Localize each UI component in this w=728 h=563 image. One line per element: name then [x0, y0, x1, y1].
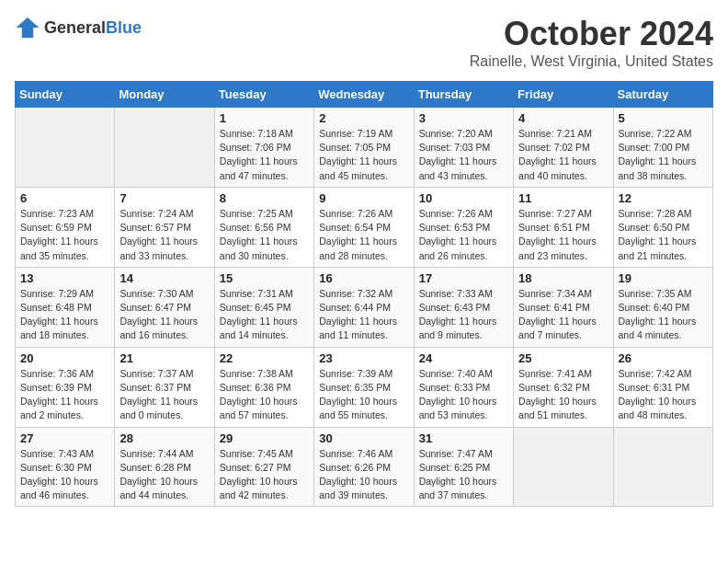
day-number: 23: [319, 351, 408, 365]
calendar-cell: 21Sunrise: 7:37 AM Sunset: 6:37 PM Dayli…: [115, 347, 214, 427]
day-number: 6: [20, 191, 109, 205]
calendar-cell: 14Sunrise: 7:30 AM Sunset: 6:47 PM Dayli…: [115, 267, 214, 347]
calendar-cell: 3Sunrise: 7:20 AM Sunset: 7:03 PM Daylig…: [414, 108, 513, 188]
day-number: 7: [119, 191, 209, 205]
calendar-week-row: 27Sunrise: 7:43 AM Sunset: 6:30 PM Dayli…: [16, 427, 713, 507]
day-detail: Sunrise: 7:38 AM Sunset: 6:36 PM Dayligh…: [220, 367, 309, 423]
day-detail: Sunrise: 7:31 AM Sunset: 6:45 PM Dayligh…: [220, 287, 309, 343]
calendar-cell: 24Sunrise: 7:40 AM Sunset: 6:33 PM Dayli…: [414, 347, 513, 427]
calendar-cell: 27Sunrise: 7:43 AM Sunset: 6:30 PM Dayli…: [16, 427, 115, 507]
day-detail: Sunrise: 7:26 AM Sunset: 6:53 PM Dayligh…: [419, 207, 508, 263]
day-detail: Sunrise: 7:40 AM Sunset: 6:33 PM Dayligh…: [419, 367, 508, 423]
calendar-cell: 12Sunrise: 7:28 AM Sunset: 6:50 PM Dayli…: [613, 187, 712, 267]
day-detail: Sunrise: 7:25 AM Sunset: 6:56 PM Dayligh…: [220, 207, 309, 263]
header-day-friday: Friday: [514, 82, 613, 108]
calendar-table: SundayMondayTuesdayWednesdayThursdayFrid…: [15, 81, 713, 507]
day-number: 14: [119, 271, 209, 285]
day-detail: Sunrise: 7:36 AM Sunset: 6:39 PM Dayligh…: [20, 367, 109, 423]
day-detail: Sunrise: 7:35 AM Sunset: 6:40 PM Dayligh…: [619, 287, 708, 343]
calendar-cell: 6Sunrise: 7:23 AM Sunset: 6:59 PM Daylig…: [16, 187, 115, 267]
calendar-cell: 29Sunrise: 7:45 AM Sunset: 6:27 PM Dayli…: [214, 427, 313, 507]
day-detail: Sunrise: 7:28 AM Sunset: 6:50 PM Dayligh…: [619, 207, 708, 263]
day-detail: Sunrise: 7:20 AM Sunset: 7:03 PM Dayligh…: [419, 127, 508, 183]
location-title: Rainelle, West Virginia, United States: [470, 53, 713, 70]
calendar-cell: 26Sunrise: 7:42 AM Sunset: 6:31 PM Dayli…: [613, 347, 712, 427]
calendar-week-row: 1Sunrise: 7:18 AM Sunset: 7:06 PM Daylig…: [16, 108, 713, 188]
day-detail: Sunrise: 7:27 AM Sunset: 6:51 PM Dayligh…: [518, 207, 608, 263]
day-number: 15: [220, 271, 309, 285]
day-detail: Sunrise: 7:23 AM Sunset: 6:59 PM Dayligh…: [20, 207, 109, 263]
calendar-cell: 8Sunrise: 7:25 AM Sunset: 6:56 PM Daylig…: [214, 187, 313, 267]
day-number: 28: [119, 431, 209, 445]
header-day-saturday: Saturday: [613, 82, 712, 108]
day-detail: Sunrise: 7:34 AM Sunset: 6:41 PM Dayligh…: [518, 287, 608, 343]
day-number: 8: [220, 191, 309, 205]
day-number: 5: [619, 111, 708, 125]
day-detail: Sunrise: 7:47 AM Sunset: 6:25 PM Dayligh…: [419, 447, 508, 503]
calendar-header-row: SundayMondayTuesdayWednesdayThursdayFrid…: [16, 82, 713, 108]
calendar-cell: 16Sunrise: 7:32 AM Sunset: 6:44 PM Dayli…: [314, 267, 414, 347]
day-number: 2: [319, 111, 408, 125]
day-number: 11: [518, 191, 608, 205]
calendar-cell: 7Sunrise: 7:24 AM Sunset: 6:57 PM Daylig…: [115, 187, 214, 267]
day-number: 3: [419, 111, 508, 125]
day-number: 29: [220, 431, 309, 445]
header-day-monday: Monday: [115, 82, 214, 108]
day-detail: Sunrise: 7:18 AM Sunset: 7:06 PM Dayligh…: [220, 127, 309, 183]
calendar-cell: 25Sunrise: 7:41 AM Sunset: 6:32 PM Dayli…: [514, 347, 613, 427]
calendar-week-row: 20Sunrise: 7:36 AM Sunset: 6:39 PM Dayli…: [16, 347, 713, 427]
calendar-cell: 20Sunrise: 7:36 AM Sunset: 6:39 PM Dayli…: [16, 347, 115, 427]
calendar-cell: 23Sunrise: 7:39 AM Sunset: 6:35 PM Dayli…: [314, 347, 414, 427]
header-day-sunday: Sunday: [16, 82, 115, 108]
title-section: October 2024 Rainelle, West Virginia, Un…: [470, 15, 713, 70]
calendar-cell: 17Sunrise: 7:33 AM Sunset: 6:43 PM Dayli…: [414, 267, 513, 347]
calendar-cell: 28Sunrise: 7:44 AM Sunset: 6:28 PM Dayli…: [115, 427, 214, 507]
day-number: 21: [119, 351, 209, 365]
day-detail: Sunrise: 7:32 AM Sunset: 6:44 PM Dayligh…: [319, 287, 408, 343]
calendar-cell: 19Sunrise: 7:35 AM Sunset: 6:40 PM Dayli…: [613, 267, 712, 347]
day-detail: Sunrise: 7:21 AM Sunset: 7:02 PM Dayligh…: [518, 127, 608, 183]
calendar-cell: [514, 427, 613, 507]
day-number: 10: [419, 191, 508, 205]
day-number: 12: [619, 191, 708, 205]
day-detail: Sunrise: 7:22 AM Sunset: 7:00 PM Dayligh…: [619, 127, 708, 183]
calendar-cell: 10Sunrise: 7:26 AM Sunset: 6:53 PM Dayli…: [414, 187, 513, 267]
day-number: 22: [220, 351, 309, 365]
day-number: 13: [20, 271, 109, 285]
day-number: 24: [419, 351, 508, 365]
calendar-cell: 15Sunrise: 7:31 AM Sunset: 6:45 PM Dayli…: [214, 267, 313, 347]
day-detail: Sunrise: 7:41 AM Sunset: 6:32 PM Dayligh…: [518, 367, 608, 423]
calendar-cell: 30Sunrise: 7:46 AM Sunset: 6:26 PM Dayli…: [314, 427, 414, 507]
day-detail: Sunrise: 7:37 AM Sunset: 6:37 PM Dayligh…: [119, 367, 209, 423]
day-detail: Sunrise: 7:39 AM Sunset: 6:35 PM Dayligh…: [319, 367, 408, 423]
day-number: 17: [419, 271, 508, 285]
day-number: 16: [319, 271, 408, 285]
calendar-cell: [613, 427, 712, 507]
calendar-cell: 11Sunrise: 7:27 AM Sunset: 6:51 PM Dayli…: [514, 187, 613, 267]
day-number: 18: [518, 271, 608, 285]
day-number: 4: [518, 111, 608, 125]
day-number: 1: [220, 111, 309, 125]
day-detail: Sunrise: 7:33 AM Sunset: 6:43 PM Dayligh…: [419, 287, 508, 343]
calendar-cell: 22Sunrise: 7:38 AM Sunset: 6:36 PM Dayli…: [214, 347, 313, 427]
day-detail: Sunrise: 7:45 AM Sunset: 6:27 PM Dayligh…: [220, 447, 309, 503]
day-detail: Sunrise: 7:46 AM Sunset: 6:26 PM Dayligh…: [319, 447, 408, 503]
calendar-cell: 5Sunrise: 7:22 AM Sunset: 7:00 PM Daylig…: [613, 108, 712, 188]
calendar-week-row: 13Sunrise: 7:29 AM Sunset: 6:48 PM Dayli…: [16, 267, 713, 347]
day-number: 19: [619, 271, 708, 285]
calendar-cell: 31Sunrise: 7:47 AM Sunset: 6:25 PM Dayli…: [414, 427, 513, 507]
day-number: 26: [619, 351, 708, 365]
day-detail: Sunrise: 7:30 AM Sunset: 6:47 PM Dayligh…: [119, 287, 209, 343]
day-number: 25: [518, 351, 608, 365]
day-detail: Sunrise: 7:26 AM Sunset: 6:54 PM Dayligh…: [319, 207, 408, 263]
header-day-thursday: Thursday: [414, 82, 513, 108]
month-title: October 2024: [470, 15, 713, 53]
calendar-cell: 2Sunrise: 7:19 AM Sunset: 7:05 PM Daylig…: [314, 108, 414, 188]
header-day-wednesday: Wednesday: [314, 82, 414, 108]
day-number: 9: [319, 191, 408, 205]
calendar-cell: 9Sunrise: 7:26 AM Sunset: 6:54 PM Daylig…: [314, 187, 414, 267]
header-day-tuesday: Tuesday: [214, 82, 313, 108]
day-detail: Sunrise: 7:42 AM Sunset: 6:31 PM Dayligh…: [619, 367, 708, 423]
logo-icon: [15, 15, 40, 40]
calendar-cell: 13Sunrise: 7:29 AM Sunset: 6:48 PM Dayli…: [16, 267, 115, 347]
